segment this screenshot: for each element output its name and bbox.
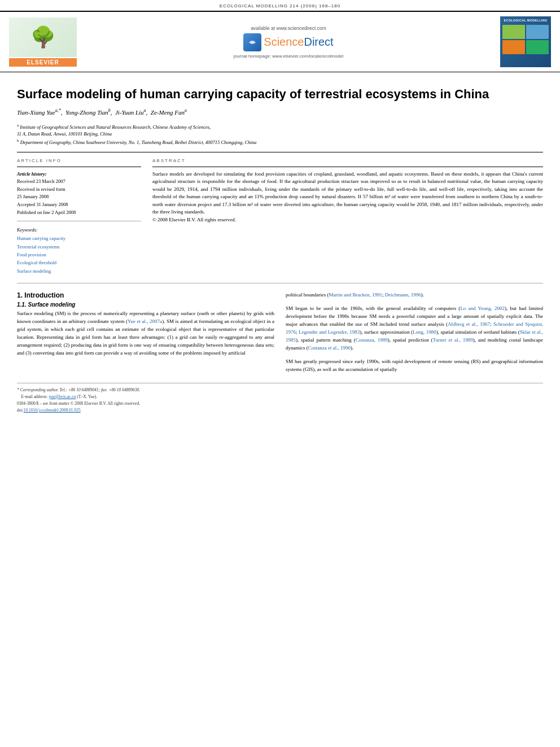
published-date: Published on line 2 April 2008 (17, 209, 141, 217)
front-matter: 0304-3800/$ – see front matter © 2008 El… (17, 400, 543, 407)
sciencedirect-logo: ScienceDirect (88, 33, 489, 51)
thumb-title: ECOLOGICAL MODELLING (504, 19, 547, 23)
thumb-pic-3 (502, 40, 525, 54)
info-hr (17, 167, 141, 167)
thumb-pic-1 (502, 25, 525, 39)
ref-costanza-1990[interactable]: Costanza et al., 1990 (308, 345, 351, 351)
article-history: Article history: Received 23 March 2007 … (17, 171, 141, 217)
ref-lo-yeung[interactable]: Lo and Yeung, 2002 (460, 305, 505, 311)
keywords-label: Keywords: (17, 227, 141, 233)
abstract-label: ABSTRACT (152, 158, 543, 163)
section-divider (17, 283, 543, 283)
available-text: available at www.sciencedirect.com (88, 25, 489, 31)
abstract-col: ABSTRACT Surface models are developed fo… (152, 158, 543, 276)
thumb-image: ECOLOGICAL MODELLING (500, 16, 551, 67)
intro-para1: Surface modeling (SM) is the process of … (17, 310, 274, 357)
sd-icon (243, 33, 261, 51)
article-info: ARTICLE INFO Article history: Received 2… (17, 158, 141, 276)
received-date: Received 23 March 2007 (17, 178, 141, 186)
received-revised: Received in revised form25 January 2008 (17, 186, 141, 201)
journal-link: journal homepage: www.elsevier.com/locat… (88, 54, 489, 59)
accepted-date: Accepted 31 January 2008 (17, 201, 141, 209)
article-title: Surface modeling of human carrying capac… (17, 87, 543, 102)
keywords-block: Keywords: Human carrying capacity Terres… (17, 227, 141, 275)
doi-link[interactable]: 10.1016/j.ecolmodel.2008.01.025 (24, 408, 81, 413)
article-info-label: ARTICLE INFO (17, 158, 141, 163)
authors-line: Tian-Xiang Yuea,*, Yong-Zhong Tianb, Ji-… (17, 107, 543, 117)
keyword-5[interactable]: Surface modeling (17, 267, 141, 275)
subsection-num: 1.1. Surface modeling (17, 302, 274, 308)
article-info-abstract: ARTICLE INFO Article history: Received 2… (17, 158, 543, 276)
affiliations: a Institute of Geographical Sciences and… (17, 123, 543, 146)
abstract-text: Surface models are developed for simulat… (152, 171, 543, 216)
main-content: Surface modeling of human carrying capac… (0, 72, 560, 425)
email-link[interactable]: yue@lreis.ac.cn (49, 394, 76, 399)
page: ECOLOGICAL MODELLING 214 (2008) 168–180 … (0, 0, 560, 747)
intro-para4: SM has greatly progressed since early 19… (286, 358, 543, 374)
keyword-2[interactable]: Terrestrial ecosystems (17, 243, 141, 251)
body-left-col: 1. Introduction 1.1. Surface modeling Su… (17, 291, 274, 373)
corr-note: * Corresponding author. Tel.: +86 10 648… (17, 387, 543, 394)
author-3: Ji-Yuan Liua, (115, 109, 149, 116)
intro-para3: SM began to be used in the 1960s, with t… (286, 305, 543, 352)
thumb-pics (502, 25, 549, 54)
doi-line: doi:10.1016/j.ecolmodel.2008.01.025 (17, 407, 543, 414)
copyright: © 2008 Elsevier B.V. All rights reserved… (152, 216, 543, 224)
ref-long[interactable]: Long, 1980 (413, 329, 436, 335)
footnote-area: * Corresponding author. Tel.: +86 10 648… (17, 383, 543, 414)
ref-legendre[interactable]: Legendre and Legendre, 1983 (299, 329, 360, 335)
keyword-4[interactable]: Ecological threshold (17, 259, 141, 267)
ref-deichmann-1996[interactable]: Deichmann, 1996 (385, 292, 421, 298)
ref-ahlberg[interactable]: Ahlberg et al., 1967 (448, 321, 490, 327)
intro-para2: political boundaries (Martin and Bracken… (286, 291, 543, 299)
keyword-3[interactable]: Food provision (17, 251, 141, 259)
author-1: Tian-Xiang Yuea,*, (17, 109, 64, 116)
ref-yue-2007a[interactable]: Yue et al., 2007a (128, 318, 162, 324)
history-label: Article history: (17, 171, 141, 178)
ref-turner[interactable]: Turner et al., 1989 (433, 337, 473, 343)
keyword-1[interactable]: Human carrying capacity (17, 234, 141, 242)
header-center: available at www.sciencedirect.com Scien… (77, 25, 500, 59)
ref-martin-1991[interactable]: Martin and Bracken, 1991 (329, 292, 382, 298)
header-band: 🌳 ELSEVIER available at www.sciencedirec… (0, 11, 560, 72)
elsevier-text: ELSEVIER (9, 58, 77, 67)
thumb-pic-2 (526, 25, 549, 39)
affiliation-b: b Department of Geography, China Southwe… (17, 138, 543, 146)
sd-text: ScienceDirect (264, 36, 333, 49)
author-4: Ze-Meng Fana (151, 109, 187, 116)
elsevier-tree-image: 🌳 (9, 18, 77, 57)
ref-costanza-1989[interactable]: Costanza, 1989 (356, 337, 388, 343)
journal-header: ECOLOGICAL MODELLING 214 (2008) 168–180 (0, 0, 560, 11)
body-right-col: political boundaries (Martin and Bracken… (286, 291, 543, 373)
author-2: Yong-Zhong Tianb, (65, 109, 113, 116)
affiliation-a: a Institute of Geographical Sciences and… (17, 123, 543, 138)
info-hr2 (17, 221, 141, 221)
body-content: 1. Introduction 1.1. Surface modeling Su… (17, 291, 543, 373)
intro-section-num: 1. Introduction (17, 291, 274, 299)
email-line: E-mail address: yue@lreis.ac.cn (T.-X. Y… (17, 394, 543, 400)
divider-1 (17, 152, 543, 152)
elsevier-logo: 🌳 ELSEVIER (9, 18, 77, 67)
abstract-hr (152, 167, 543, 167)
journal-thumb: ECOLOGICAL MODELLING (500, 16, 551, 67)
thumb-pic-4 (526, 40, 549, 54)
